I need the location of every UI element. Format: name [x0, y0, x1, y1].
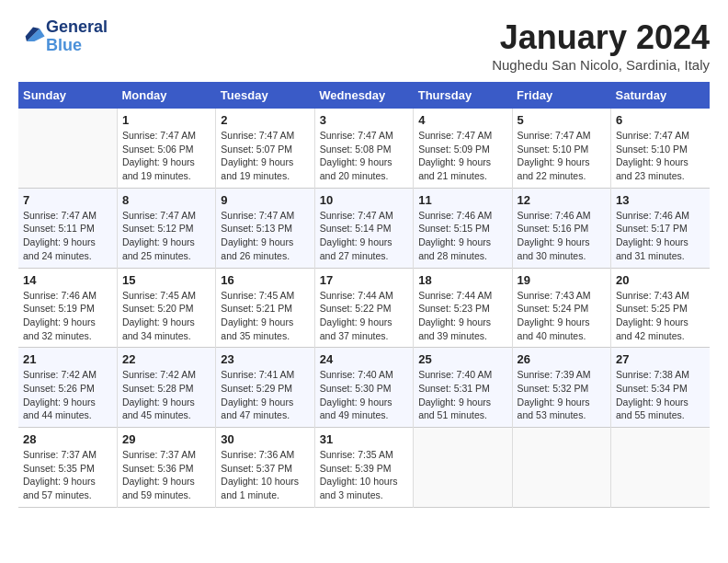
day-number: 18: [418, 273, 506, 287]
logo: General Blue: [18, 18, 108, 55]
day-number: 23: [221, 352, 309, 366]
weekday-header: Tuesday: [216, 82, 314, 109]
day-info: Sunrise: 7:46 AM Sunset: 5:16 PM Dayligh…: [518, 209, 606, 263]
day-number: 24: [320, 352, 408, 366]
day-number: 30: [221, 432, 309, 446]
day-info: Sunrise: 7:41 AM Sunset: 5:29 PM Dayligh…: [221, 368, 309, 422]
day-number: 28: [23, 432, 112, 446]
calendar-cell: 30Sunrise: 7:36 AM Sunset: 5:37 PM Dayli…: [216, 428, 314, 508]
day-info: Sunrise: 7:38 AM Sunset: 5:34 PM Dayligh…: [616, 368, 705, 422]
day-number: 22: [122, 352, 210, 366]
calendar-cell: 2Sunrise: 7:47 AM Sunset: 5:07 PM Daylig…: [216, 109, 314, 188]
day-info: Sunrise: 7:40 AM Sunset: 5:30 PM Dayligh…: [320, 368, 408, 422]
day-info: Sunrise: 7:47 AM Sunset: 5:07 PM Dayligh…: [221, 129, 309, 183]
calendar-cell: 26Sunrise: 7:39 AM Sunset: 5:32 PM Dayli…: [512, 348, 610, 428]
calendar-week-row: 28Sunrise: 7:37 AM Sunset: 5:35 PM Dayli…: [18, 428, 710, 508]
day-number: 9: [221, 193, 309, 207]
day-number: 11: [418, 193, 506, 207]
day-info: Sunrise: 7:47 AM Sunset: 5:13 PM Dayligh…: [221, 209, 309, 263]
day-number: 1: [122, 113, 210, 127]
logo-line1: General: [46, 18, 108, 37]
day-info: Sunrise: 7:42 AM Sunset: 5:28 PM Dayligh…: [122, 368, 210, 422]
weekday-header: Wednesday: [314, 82, 413, 109]
day-number: 7: [23, 193, 112, 207]
day-info: Sunrise: 7:47 AM Sunset: 5:10 PM Dayligh…: [518, 129, 606, 183]
day-info: Sunrise: 7:45 AM Sunset: 5:20 PM Dayligh…: [122, 289, 210, 343]
weekday-header: Saturday: [611, 82, 710, 109]
calendar-body: 1Sunrise: 7:47 AM Sunset: 5:06 PM Daylig…: [18, 109, 710, 507]
calendar-table: SundayMondayTuesdayWednesdayThursdayFrid…: [18, 82, 710, 508]
day-number: 14: [23, 273, 112, 287]
calendar-cell: 3Sunrise: 7:47 AM Sunset: 5:08 PM Daylig…: [314, 109, 413, 188]
day-info: Sunrise: 7:46 AM Sunset: 5:17 PM Dayligh…: [616, 209, 705, 263]
calendar-cell: 29Sunrise: 7:37 AM Sunset: 5:36 PM Dayli…: [117, 428, 215, 508]
day-number: 31: [320, 432, 408, 446]
day-number: 2: [221, 113, 309, 127]
day-number: 5: [518, 113, 606, 127]
day-number: 3: [320, 113, 408, 127]
day-info: Sunrise: 7:35 AM Sunset: 5:39 PM Dayligh…: [320, 448, 408, 502]
day-number: 10: [320, 193, 408, 207]
calendar-cell: 5Sunrise: 7:47 AM Sunset: 5:10 PM Daylig…: [512, 109, 610, 188]
calendar-week-row: 21Sunrise: 7:42 AM Sunset: 5:26 PM Dayli…: [18, 348, 710, 428]
day-info: Sunrise: 7:42 AM Sunset: 5:26 PM Dayligh…: [23, 368, 112, 422]
day-number: 27: [616, 352, 705, 366]
day-number: 16: [221, 273, 309, 287]
calendar-cell: 1Sunrise: 7:47 AM Sunset: 5:06 PM Daylig…: [117, 109, 215, 188]
day-info: Sunrise: 7:40 AM Sunset: 5:31 PM Dayligh…: [418, 368, 506, 422]
day-info: Sunrise: 7:47 AM Sunset: 5:06 PM Dayligh…: [122, 129, 210, 183]
day-info: Sunrise: 7:37 AM Sunset: 5:35 PM Dayligh…: [23, 448, 112, 502]
page-header: General Blue January 2024 Nughedu San Ni…: [18, 18, 710, 73]
calendar-cell: 17Sunrise: 7:44 AM Sunset: 5:22 PM Dayli…: [314, 268, 413, 348]
calendar-cell: 21Sunrise: 7:42 AM Sunset: 5:26 PM Dayli…: [18, 348, 117, 428]
calendar-cell: 23Sunrise: 7:41 AM Sunset: 5:29 PM Dayli…: [216, 348, 314, 428]
calendar-header-row: SundayMondayTuesdayWednesdayThursdayFrid…: [18, 82, 710, 109]
day-info: Sunrise: 7:45 AM Sunset: 5:21 PM Dayligh…: [221, 289, 309, 343]
day-info: Sunrise: 7:47 AM Sunset: 5:08 PM Dayligh…: [320, 129, 408, 183]
day-number: 8: [122, 193, 210, 207]
calendar-cell: 20Sunrise: 7:43 AM Sunset: 5:25 PM Dayli…: [611, 268, 710, 348]
day-number: 13: [616, 193, 705, 207]
calendar-cell: 31Sunrise: 7:35 AM Sunset: 5:39 PM Dayli…: [314, 428, 413, 508]
calendar-cell: 22Sunrise: 7:42 AM Sunset: 5:28 PM Dayli…: [117, 348, 215, 428]
calendar-week-row: 14Sunrise: 7:46 AM Sunset: 5:19 PM Dayli…: [18, 268, 710, 348]
day-info: Sunrise: 7:46 AM Sunset: 5:19 PM Dayligh…: [23, 289, 112, 343]
calendar-week-row: 1Sunrise: 7:47 AM Sunset: 5:06 PM Daylig…: [18, 109, 710, 188]
day-number: 6: [616, 113, 705, 127]
weekday-header: Friday: [512, 82, 610, 109]
day-info: Sunrise: 7:43 AM Sunset: 5:24 PM Dayligh…: [518, 289, 606, 343]
calendar-subtitle: Nughedu San Nicolo, Sardinia, Italy: [492, 57, 710, 73]
calendar-cell: 10Sunrise: 7:47 AM Sunset: 5:14 PM Dayli…: [314, 188, 413, 268]
title-area: January 2024 Nughedu San Nicolo, Sardini…: [492, 18, 710, 73]
calendar-cell: [414, 428, 512, 508]
day-number: 12: [518, 193, 606, 207]
day-info: Sunrise: 7:47 AM Sunset: 5:14 PM Dayligh…: [320, 209, 408, 263]
calendar-cell: 15Sunrise: 7:45 AM Sunset: 5:20 PM Dayli…: [117, 268, 215, 348]
calendar-cell: [611, 428, 710, 508]
day-number: 4: [418, 113, 506, 127]
calendar-cell: 8Sunrise: 7:47 AM Sunset: 5:12 PM Daylig…: [117, 188, 215, 268]
calendar-cell: 4Sunrise: 7:47 AM Sunset: 5:09 PM Daylig…: [414, 109, 512, 188]
calendar-cell: 6Sunrise: 7:47 AM Sunset: 5:10 PM Daylig…: [611, 109, 710, 188]
calendar-cell: 12Sunrise: 7:46 AM Sunset: 5:16 PM Dayli…: [512, 188, 610, 268]
day-info: Sunrise: 7:47 AM Sunset: 5:09 PM Dayligh…: [418, 129, 506, 183]
calendar-cell: 16Sunrise: 7:45 AM Sunset: 5:21 PM Dayli…: [216, 268, 314, 348]
day-number: 21: [23, 352, 112, 366]
calendar-cell: 11Sunrise: 7:46 AM Sunset: 5:15 PM Dayli…: [414, 188, 512, 268]
calendar-cell: 9Sunrise: 7:47 AM Sunset: 5:13 PM Daylig…: [216, 188, 314, 268]
day-info: Sunrise: 7:47 AM Sunset: 5:10 PM Dayligh…: [616, 129, 705, 183]
calendar-week-row: 7Sunrise: 7:47 AM Sunset: 5:11 PM Daylig…: [18, 188, 710, 268]
weekday-header: Sunday: [18, 82, 117, 109]
day-info: Sunrise: 7:46 AM Sunset: 5:15 PM Dayligh…: [418, 209, 506, 263]
day-number: 17: [320, 273, 408, 287]
calendar-cell: 13Sunrise: 7:46 AM Sunset: 5:17 PM Dayli…: [611, 188, 710, 268]
calendar-cell: 19Sunrise: 7:43 AM Sunset: 5:24 PM Dayli…: [512, 268, 610, 348]
calendar-cell: 27Sunrise: 7:38 AM Sunset: 5:34 PM Dayli…: [611, 348, 710, 428]
day-number: 26: [518, 352, 606, 366]
day-info: Sunrise: 7:36 AM Sunset: 5:37 PM Dayligh…: [221, 448, 309, 502]
calendar-cell: 18Sunrise: 7:44 AM Sunset: 5:23 PM Dayli…: [414, 268, 512, 348]
logo-line2: Blue: [46, 37, 108, 55]
day-info: Sunrise: 7:39 AM Sunset: 5:32 PM Dayligh…: [518, 368, 606, 422]
weekday-header: Thursday: [414, 82, 512, 109]
calendar-cell: 7Sunrise: 7:47 AM Sunset: 5:11 PM Daylig…: [18, 188, 117, 268]
